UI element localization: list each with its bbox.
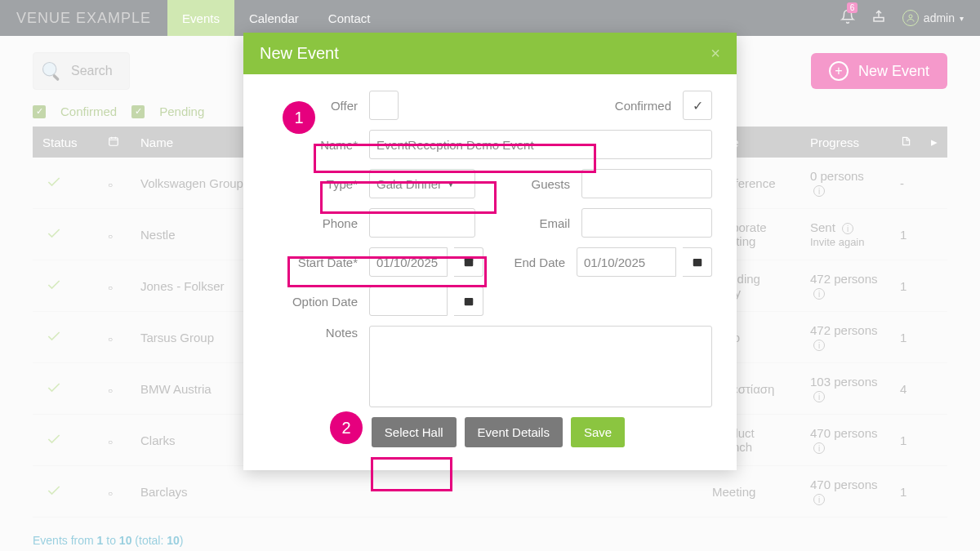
start-date-input[interactable]: [369, 247, 448, 277]
close-icon[interactable]: ×: [710, 44, 720, 63]
end-date-input[interactable]: [577, 247, 676, 277]
chevron-down-icon: ▼: [447, 180, 455, 189]
phone-label: Phone: [284, 216, 363, 230]
confirmed-checkbox-modal[interactable]: ✓: [683, 91, 712, 120]
svg-rect-6: [464, 259, 473, 260]
svg-rect-7: [693, 259, 702, 266]
email-label: Email: [510, 216, 575, 230]
notes-textarea[interactable]: [369, 326, 712, 407]
guests-input[interactable]: [581, 169, 712, 198]
name-input[interactable]: [369, 130, 712, 159]
confirmed-label: Confirmed: [578, 99, 676, 113]
svg-rect-8: [464, 298, 473, 305]
modal-title: New Event: [260, 44, 339, 63]
new-event-modal: New Event × Offer Confirmed ✓ Name* Type…: [243, 33, 737, 470]
type-select[interactable]: Gala Dinner ▼: [369, 169, 475, 198]
save-button[interactable]: Save: [571, 417, 625, 447]
notes-label: Notes: [284, 326, 363, 340]
calendar-icon[interactable]: [683, 247, 712, 277]
phone-input[interactable]: [369, 208, 475, 238]
calendar-icon[interactable]: [454, 287, 483, 316]
type-label: Type*: [284, 177, 363, 191]
start-date-label: Start Date*: [284, 256, 363, 269]
offer-checkbox[interactable]: [369, 91, 399, 120]
name-label: Name*: [284, 138, 363, 152]
end-date-label: End Date: [505, 256, 570, 269]
email-input[interactable]: [581, 208, 712, 238]
annotation-2: 2: [330, 411, 363, 444]
calendar-icon[interactable]: [454, 247, 483, 277]
annotation-1: 1: [283, 101, 315, 134]
type-value: Gala Dinner: [376, 177, 442, 191]
select-hall-button[interactable]: Select Hall: [372, 417, 457, 447]
option-date-label: Option Date: [284, 295, 363, 309]
guests-label: Guests: [510, 177, 575, 191]
option-date-input[interactable]: [369, 287, 448, 316]
event-details-button[interactable]: Event Details: [465, 417, 563, 447]
